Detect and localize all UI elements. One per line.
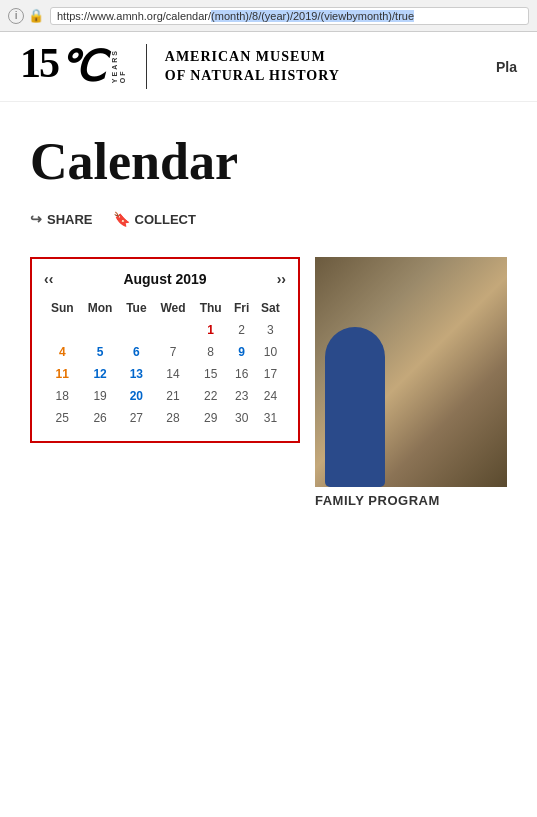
list-item[interactable]: 18	[44, 385, 80, 407]
page-title: Calendar	[30, 132, 507, 191]
day-fri: Fri	[228, 297, 254, 319]
table-row: 11121314151617	[44, 363, 286, 385]
day-sat: Sat	[255, 297, 286, 319]
cal-days-header: Sun Mon Tue Wed Thu Fri Sat	[44, 297, 286, 319]
svg-rect-10	[331, 344, 371, 424]
list-item[interactable]: 7	[153, 341, 193, 363]
list-item	[80, 319, 119, 341]
table-row: 18192021222324	[44, 385, 286, 407]
url-plain: https://www.amnh.org/calendar/	[57, 10, 211, 22]
day-wed: Wed	[153, 297, 193, 319]
logo-c: ℃	[58, 42, 105, 91]
action-bar: ↪ SHARE 🔖 COLLECT	[30, 211, 507, 227]
logo-text: American Museum of Natural History	[165, 48, 340, 84]
svg-point-12	[333, 309, 368, 331]
logo-number: 15	[20, 42, 58, 84]
svg-rect-2	[411, 296, 423, 440]
logo-line1: American Museum	[165, 48, 340, 66]
family-program-image: AMNH	[315, 257, 507, 487]
list-item[interactable]: 1	[193, 319, 229, 341]
svg-point-16	[369, 392, 383, 405]
list-item[interactable]: 23	[228, 385, 254, 407]
list-item[interactable]: 16	[228, 363, 254, 385]
list-item[interactable]: 31	[255, 407, 286, 429]
list-item[interactable]: 28	[153, 407, 193, 429]
table-row: 45678910	[44, 341, 286, 363]
share-button[interactable]: ↪ SHARE	[30, 211, 93, 227]
svg-rect-9	[407, 392, 483, 398]
svg-rect-3	[427, 304, 437, 432]
svg-rect-8	[407, 360, 483, 366]
bookmark-icon: 🔖	[113, 211, 130, 227]
list-item[interactable]: 10	[255, 341, 286, 363]
list-item[interactable]: 30	[228, 407, 254, 429]
list-item[interactable]: 15	[193, 363, 229, 385]
calendar-grid: Sun Mon Tue Wed Thu Fri Sat 123456789101…	[44, 297, 286, 429]
svg-rect-19	[353, 422, 369, 462]
svg-rect-21	[347, 360, 367, 372]
svg-text:AMNH: AMNH	[351, 365, 363, 370]
family-program-label: FAMILY PROGRAM	[315, 493, 507, 508]
calendar-widget: ‹‹ August 2019 ›› Sun Mon Tue Wed Thu Fr…	[30, 257, 300, 443]
list-item[interactable]: 8	[193, 341, 229, 363]
list-item[interactable]: 6	[120, 341, 153, 363]
list-item[interactable]: 24	[255, 385, 286, 407]
calendar-image-row: ‹‹ August 2019 ›› Sun Mon Tue Wed Thu Fr…	[30, 257, 507, 508]
info-icon[interactable]: i	[8, 8, 24, 24]
address-bar[interactable]: https://www.amnh.org/calendar/(month)/8/…	[50, 7, 529, 25]
sidebar-image: AMNH FAMILY PROGRAM	[315, 257, 507, 508]
list-item[interactable]: 19	[80, 385, 119, 407]
cal-next[interactable]: ››	[277, 271, 286, 287]
svg-rect-17	[323, 376, 379, 388]
browser-bar: i 🔒 https://www.amnh.org/calendar/(month…	[0, 0, 537, 32]
logo-area: 15 ℃ YEARSOF American Museum of Natural …	[20, 42, 340, 91]
list-item[interactable]: 17	[255, 363, 286, 385]
lock-icon: 🔒	[28, 8, 44, 23]
url-highlighted: (month)/8/(year)/2019/(viewbymonth)/true	[211, 10, 414, 22]
day-tue: Tue	[120, 297, 153, 319]
list-item[interactable]: 20	[120, 385, 153, 407]
list-item	[153, 319, 193, 341]
table-row: 25262728293031	[44, 407, 286, 429]
cal-prev[interactable]: ‹‹	[44, 271, 53, 287]
list-item[interactable]: 29	[193, 407, 229, 429]
list-item	[120, 319, 153, 341]
share-label: SHARE	[47, 212, 93, 227]
svg-rect-18	[333, 422, 349, 462]
list-item[interactable]: 13	[120, 363, 153, 385]
header-nav[interactable]: Pla	[496, 59, 517, 75]
logo-divider	[146, 44, 147, 89]
list-item[interactable]: 5	[80, 341, 119, 363]
list-item[interactable]: 3	[255, 319, 286, 341]
list-item	[44, 319, 80, 341]
list-item[interactable]: 14	[153, 363, 193, 385]
list-item[interactable]: 11	[44, 363, 80, 385]
svg-point-15	[319, 392, 333, 405]
list-item[interactable]: 12	[80, 363, 119, 385]
collect-label: COLLECT	[135, 212, 196, 227]
browser-icons: i 🔒	[8, 8, 44, 24]
list-item[interactable]: 9	[228, 341, 254, 363]
list-item[interactable]: 25	[44, 407, 80, 429]
svg-rect-4	[443, 312, 454, 432]
list-item[interactable]: 27	[120, 407, 153, 429]
day-thu: Thu	[193, 297, 229, 319]
svg-rect-13	[319, 348, 333, 396]
list-item[interactable]: 21	[153, 385, 193, 407]
day-mon: Mon	[80, 297, 119, 319]
list-item[interactable]: 26	[80, 407, 119, 429]
list-item[interactable]: 22	[193, 385, 229, 407]
svg-rect-5	[459, 308, 469, 432]
svg-rect-0	[315, 280, 507, 464]
svg-rect-14	[369, 348, 383, 396]
list-item[interactable]: 2	[228, 319, 254, 341]
share-icon: ↪	[30, 211, 42, 227]
svg-rect-6	[475, 320, 483, 432]
list-item[interactable]: 4	[44, 341, 80, 363]
svg-point-11	[333, 314, 368, 349]
collect-button[interactable]: 🔖 COLLECT	[113, 211, 196, 227]
page-content: Calendar ↪ SHARE 🔖 COLLECT ‹‹ August 201…	[0, 102, 537, 528]
cal-month-year: August 2019	[123, 271, 206, 287]
image-svg: AMNH	[315, 257, 507, 487]
day-sun: Sun	[44, 297, 80, 319]
